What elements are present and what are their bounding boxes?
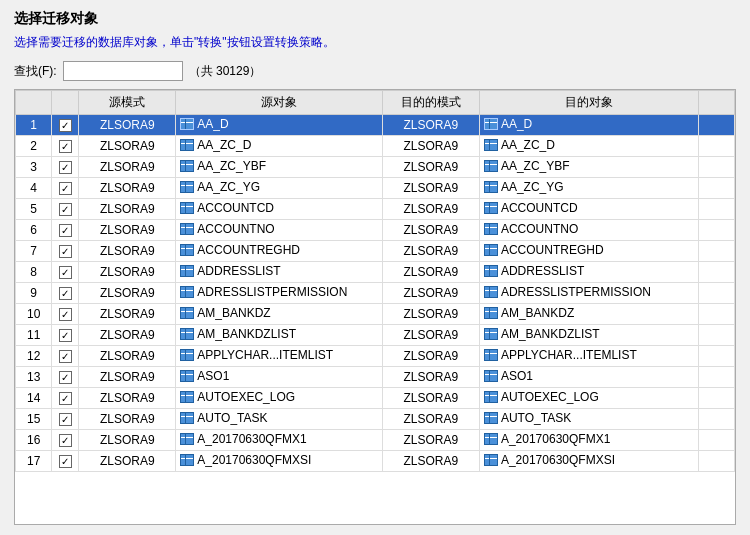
row-checkbox[interactable] bbox=[59, 287, 72, 300]
table-icon bbox=[484, 370, 498, 382]
row-extra bbox=[698, 451, 734, 472]
row-number: 13 bbox=[16, 367, 52, 388]
table-row[interactable]: 14ZLSORA9AUTOEXEC_LOGZLSORA9AUTOEXEC_LOG bbox=[16, 388, 735, 409]
table-icon bbox=[180, 328, 194, 340]
row-number: 14 bbox=[16, 388, 52, 409]
row-checkbox[interactable] bbox=[59, 413, 72, 426]
row-checkbox-cell[interactable] bbox=[52, 325, 79, 346]
dst-schema: ZLSORA9 bbox=[382, 283, 479, 304]
table-row[interactable]: 1ZLSORA9AA_DZLSORA9AA_D bbox=[16, 115, 735, 136]
dst-object: ADRESSLISTPERMISSION bbox=[479, 283, 698, 304]
row-checkbox-cell[interactable] bbox=[52, 409, 79, 430]
table-row[interactable]: 8ZLSORA9ADDRESSLISTZLSORA9ADDRESSLIST bbox=[16, 262, 735, 283]
dst-object: AM_BANKDZLIST bbox=[479, 325, 698, 346]
table-row[interactable]: 15ZLSORA9AUTO_TASKZLSORA9AUTO_TASK bbox=[16, 409, 735, 430]
dst-object: ADDRESSLIST bbox=[479, 262, 698, 283]
row-checkbox-cell[interactable] bbox=[52, 304, 79, 325]
row-checkbox[interactable] bbox=[59, 308, 72, 321]
src-schema: ZLSORA9 bbox=[79, 157, 176, 178]
src-object: AUTO_TASK bbox=[176, 409, 382, 430]
table-row[interactable]: 9ZLSORA9ADRESSLISTPERMISSIONZLSORA9ADRES… bbox=[16, 283, 735, 304]
row-checkbox[interactable] bbox=[59, 371, 72, 384]
src-object: ACCOUNTREGHD bbox=[176, 241, 382, 262]
table-row[interactable]: 11ZLSORA9AM_BANKDZLISTZLSORA9AM_BANKDZLI… bbox=[16, 325, 735, 346]
search-input[interactable] bbox=[63, 61, 183, 81]
row-number: 2 bbox=[16, 136, 52, 157]
row-number: 11 bbox=[16, 325, 52, 346]
row-checkbox-cell[interactable] bbox=[52, 367, 79, 388]
table-row[interactable]: 5ZLSORA9ACCOUNTCDZLSORA9ACCOUNTCD bbox=[16, 199, 735, 220]
table-row[interactable]: 7ZLSORA9ACCOUNTREGHDZLSORA9ACCOUNTREGHD bbox=[16, 241, 735, 262]
src-object: AUTOEXEC_LOG bbox=[176, 388, 382, 409]
src-schema: ZLSORA9 bbox=[79, 367, 176, 388]
table-icon bbox=[484, 286, 498, 298]
objects-table: 源模式 源对象 目的的模式 目的对象 1ZLSORA9AA_DZLSORA9AA… bbox=[15, 90, 735, 472]
dst-schema: ZLSORA9 bbox=[382, 409, 479, 430]
row-extra bbox=[698, 262, 734, 283]
src-object: A_20170630QFMX1 bbox=[176, 430, 382, 451]
row-checkbox-cell[interactable] bbox=[52, 346, 79, 367]
src-object: AA_ZC_YBF bbox=[176, 157, 382, 178]
row-number: 12 bbox=[16, 346, 52, 367]
row-extra bbox=[698, 388, 734, 409]
src-schema: ZLSORA9 bbox=[79, 346, 176, 367]
row-checkbox-cell[interactable] bbox=[52, 283, 79, 304]
row-checkbox[interactable] bbox=[59, 224, 72, 237]
table-icon bbox=[180, 454, 194, 466]
row-extra bbox=[698, 136, 734, 157]
page-title: 选择迁移对象 bbox=[14, 10, 736, 28]
row-checkbox[interactable] bbox=[59, 182, 72, 195]
table-icon bbox=[484, 433, 498, 445]
table-row[interactable]: 16ZLSORA9A_20170630QFMX1ZLSORA9A_2017063… bbox=[16, 430, 735, 451]
table-icon bbox=[180, 391, 194, 403]
row-number: 4 bbox=[16, 178, 52, 199]
row-checkbox-cell[interactable] bbox=[52, 136, 79, 157]
src-schema: ZLSORA9 bbox=[79, 388, 176, 409]
dst-schema: ZLSORA9 bbox=[382, 241, 479, 262]
table-row[interactable]: 13ZLSORA9ASO1ZLSORA9ASO1 bbox=[16, 367, 735, 388]
src-object: ACCOUNTCD bbox=[176, 199, 382, 220]
table-row[interactable]: 17ZLSORA9A_20170630QFMXSIZLSORA9A_201706… bbox=[16, 451, 735, 472]
row-checkbox-cell[interactable] bbox=[52, 430, 79, 451]
table-icon bbox=[180, 433, 194, 445]
row-checkbox-cell[interactable] bbox=[52, 451, 79, 472]
row-checkbox-cell[interactable] bbox=[52, 388, 79, 409]
table-row[interactable]: 6ZLSORA9ACCOUNTNOZLSORA9ACCOUNTNO bbox=[16, 220, 735, 241]
row-checkbox[interactable] bbox=[59, 350, 72, 363]
table-icon bbox=[180, 118, 194, 130]
row-number: 5 bbox=[16, 199, 52, 220]
row-checkbox-cell[interactable] bbox=[52, 157, 79, 178]
table-row[interactable]: 2ZLSORA9AA_ZC_DZLSORA9AA_ZC_D bbox=[16, 136, 735, 157]
row-checkbox-cell[interactable] bbox=[52, 115, 79, 136]
src-schema: ZLSORA9 bbox=[79, 430, 176, 451]
row-number: 9 bbox=[16, 283, 52, 304]
row-checkbox-cell[interactable] bbox=[52, 199, 79, 220]
row-checkbox[interactable] bbox=[59, 266, 72, 279]
src-schema: ZLSORA9 bbox=[79, 241, 176, 262]
table-icon bbox=[484, 244, 498, 256]
dst-object: AA_D bbox=[479, 115, 698, 136]
row-checkbox-cell[interactable] bbox=[52, 220, 79, 241]
table-row[interactable]: 4ZLSORA9AA_ZC_YGZLSORA9AA_ZC_YG bbox=[16, 178, 735, 199]
row-checkbox[interactable] bbox=[59, 245, 72, 258]
dst-schema: ZLSORA9 bbox=[382, 178, 479, 199]
row-checkbox[interactable] bbox=[59, 392, 72, 405]
row-checkbox[interactable] bbox=[59, 329, 72, 342]
row-checkbox-cell[interactable] bbox=[52, 241, 79, 262]
row-checkbox[interactable] bbox=[59, 119, 72, 132]
row-extra bbox=[698, 241, 734, 262]
dst-object: ACCOUNTCD bbox=[479, 199, 698, 220]
table-icon bbox=[180, 244, 194, 256]
table-row[interactable]: 12ZLSORA9APPLYCHAR...ITEMLISTZLSORA9APPL… bbox=[16, 346, 735, 367]
table-row[interactable]: 3ZLSORA9AA_ZC_YBFZLSORA9AA_ZC_YBF bbox=[16, 157, 735, 178]
row-checkbox[interactable] bbox=[59, 203, 72, 216]
row-checkbox-cell[interactable] bbox=[52, 262, 79, 283]
table-icon bbox=[484, 328, 498, 340]
dst-object: AUTOEXEC_LOG bbox=[479, 388, 698, 409]
row-checkbox[interactable] bbox=[59, 434, 72, 447]
row-checkbox[interactable] bbox=[59, 161, 72, 174]
row-checkbox[interactable] bbox=[59, 455, 72, 468]
table-row[interactable]: 10ZLSORA9AM_BANKDZZLSORA9AM_BANKDZ bbox=[16, 304, 735, 325]
row-checkbox[interactable] bbox=[59, 140, 72, 153]
row-checkbox-cell[interactable] bbox=[52, 178, 79, 199]
